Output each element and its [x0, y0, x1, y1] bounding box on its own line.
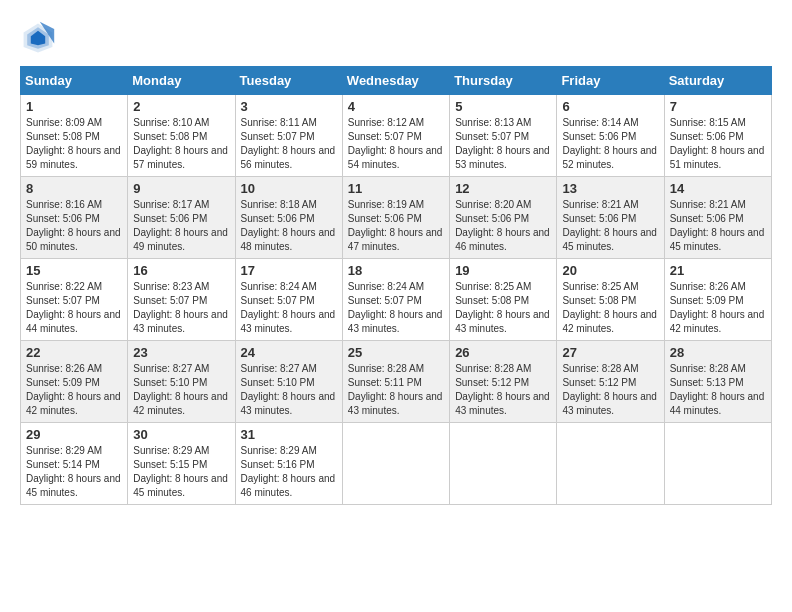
day-cell-5: 5 Sunrise: 8:13 AMSunset: 5:07 PMDayligh… — [450, 95, 557, 177]
day-detail: Sunrise: 8:26 AMSunset: 5:09 PMDaylight:… — [670, 281, 765, 334]
day-cell-23: 23 Sunrise: 8:27 AMSunset: 5:10 PMDaylig… — [128, 341, 235, 423]
day-cell-26: 26 Sunrise: 8:28 AMSunset: 5:12 PMDaylig… — [450, 341, 557, 423]
day-detail: Sunrise: 8:25 AMSunset: 5:08 PMDaylight:… — [562, 281, 657, 334]
day-detail: Sunrise: 8:19 AMSunset: 5:06 PMDaylight:… — [348, 199, 443, 252]
day-cell-2: 2 Sunrise: 8:10 AMSunset: 5:08 PMDayligh… — [128, 95, 235, 177]
column-header-wednesday: Wednesday — [342, 67, 449, 95]
empty-cell — [557, 423, 664, 505]
day-detail: Sunrise: 8:20 AMSunset: 5:06 PMDaylight:… — [455, 199, 550, 252]
day-cell-6: 6 Sunrise: 8:14 AMSunset: 5:06 PMDayligh… — [557, 95, 664, 177]
logo-icon — [20, 20, 56, 56]
column-header-friday: Friday — [557, 67, 664, 95]
calendar-row-5: 29 Sunrise: 8:29 AMSunset: 5:14 PMDaylig… — [21, 423, 772, 505]
column-header-sunday: Sunday — [21, 67, 128, 95]
day-detail: Sunrise: 8:13 AMSunset: 5:07 PMDaylight:… — [455, 117, 550, 170]
day-number: 14 — [670, 181, 766, 196]
day-number: 9 — [133, 181, 229, 196]
day-detail: Sunrise: 8:11 AMSunset: 5:07 PMDaylight:… — [241, 117, 336, 170]
day-detail: Sunrise: 8:28 AMSunset: 5:12 PMDaylight:… — [562, 363, 657, 416]
day-cell-1: 1 Sunrise: 8:09 AMSunset: 5:08 PMDayligh… — [21, 95, 128, 177]
day-cell-24: 24 Sunrise: 8:27 AMSunset: 5:10 PMDaylig… — [235, 341, 342, 423]
calendar-row-2: 8 Sunrise: 8:16 AMSunset: 5:06 PMDayligh… — [21, 177, 772, 259]
calendar-row-1: 1 Sunrise: 8:09 AMSunset: 5:08 PMDayligh… — [21, 95, 772, 177]
day-number: 11 — [348, 181, 444, 196]
calendar-header-row: SundayMondayTuesdayWednesdayThursdayFrid… — [21, 67, 772, 95]
day-number: 19 — [455, 263, 551, 278]
day-cell-18: 18 Sunrise: 8:24 AMSunset: 5:07 PMDaylig… — [342, 259, 449, 341]
day-cell-8: 8 Sunrise: 8:16 AMSunset: 5:06 PMDayligh… — [21, 177, 128, 259]
day-detail: Sunrise: 8:09 AMSunset: 5:08 PMDaylight:… — [26, 117, 121, 170]
day-cell-16: 16 Sunrise: 8:23 AMSunset: 5:07 PMDaylig… — [128, 259, 235, 341]
day-cell-9: 9 Sunrise: 8:17 AMSunset: 5:06 PMDayligh… — [128, 177, 235, 259]
day-cell-22: 22 Sunrise: 8:26 AMSunset: 5:09 PMDaylig… — [21, 341, 128, 423]
day-number: 26 — [455, 345, 551, 360]
day-cell-21: 21 Sunrise: 8:26 AMSunset: 5:09 PMDaylig… — [664, 259, 771, 341]
day-detail: Sunrise: 8:29 AMSunset: 5:16 PMDaylight:… — [241, 445, 336, 498]
day-number: 20 — [562, 263, 658, 278]
day-cell-29: 29 Sunrise: 8:29 AMSunset: 5:14 PMDaylig… — [21, 423, 128, 505]
day-cell-13: 13 Sunrise: 8:21 AMSunset: 5:06 PMDaylig… — [557, 177, 664, 259]
day-number: 18 — [348, 263, 444, 278]
day-detail: Sunrise: 8:28 AMSunset: 5:11 PMDaylight:… — [348, 363, 443, 416]
day-number: 4 — [348, 99, 444, 114]
day-cell-28: 28 Sunrise: 8:28 AMSunset: 5:13 PMDaylig… — [664, 341, 771, 423]
column-header-tuesday: Tuesday — [235, 67, 342, 95]
day-cell-19: 19 Sunrise: 8:25 AMSunset: 5:08 PMDaylig… — [450, 259, 557, 341]
calendar-row-4: 22 Sunrise: 8:26 AMSunset: 5:09 PMDaylig… — [21, 341, 772, 423]
day-detail: Sunrise: 8:24 AMSunset: 5:07 PMDaylight:… — [241, 281, 336, 334]
day-detail: Sunrise: 8:21 AMSunset: 5:06 PMDaylight:… — [562, 199, 657, 252]
day-cell-14: 14 Sunrise: 8:21 AMSunset: 5:06 PMDaylig… — [664, 177, 771, 259]
day-detail: Sunrise: 8:15 AMSunset: 5:06 PMDaylight:… — [670, 117, 765, 170]
day-detail: Sunrise: 8:12 AMSunset: 5:07 PMDaylight:… — [348, 117, 443, 170]
day-detail: Sunrise: 8:21 AMSunset: 5:06 PMDaylight:… — [670, 199, 765, 252]
day-number: 7 — [670, 99, 766, 114]
calendar-row-3: 15 Sunrise: 8:22 AMSunset: 5:07 PMDaylig… — [21, 259, 772, 341]
day-detail: Sunrise: 8:29 AMSunset: 5:14 PMDaylight:… — [26, 445, 121, 498]
day-number: 15 — [26, 263, 122, 278]
day-number: 23 — [133, 345, 229, 360]
day-detail: Sunrise: 8:28 AMSunset: 5:13 PMDaylight:… — [670, 363, 765, 416]
day-cell-10: 10 Sunrise: 8:18 AMSunset: 5:06 PMDaylig… — [235, 177, 342, 259]
day-number: 8 — [26, 181, 122, 196]
day-detail: Sunrise: 8:28 AMSunset: 5:12 PMDaylight:… — [455, 363, 550, 416]
day-cell-30: 30 Sunrise: 8:29 AMSunset: 5:15 PMDaylig… — [128, 423, 235, 505]
day-cell-25: 25 Sunrise: 8:28 AMSunset: 5:11 PMDaylig… — [342, 341, 449, 423]
day-detail: Sunrise: 8:29 AMSunset: 5:15 PMDaylight:… — [133, 445, 228, 498]
day-detail: Sunrise: 8:27 AMSunset: 5:10 PMDaylight:… — [133, 363, 228, 416]
day-number: 28 — [670, 345, 766, 360]
day-number: 21 — [670, 263, 766, 278]
day-number: 1 — [26, 99, 122, 114]
day-cell-4: 4 Sunrise: 8:12 AMSunset: 5:07 PMDayligh… — [342, 95, 449, 177]
day-number: 5 — [455, 99, 551, 114]
day-number: 17 — [241, 263, 337, 278]
day-number: 25 — [348, 345, 444, 360]
day-detail: Sunrise: 8:16 AMSunset: 5:06 PMDaylight:… — [26, 199, 121, 252]
day-number: 30 — [133, 427, 229, 442]
day-cell-7: 7 Sunrise: 8:15 AMSunset: 5:06 PMDayligh… — [664, 95, 771, 177]
day-detail: Sunrise: 8:23 AMSunset: 5:07 PMDaylight:… — [133, 281, 228, 334]
day-cell-11: 11 Sunrise: 8:19 AMSunset: 5:06 PMDaylig… — [342, 177, 449, 259]
page-header — [20, 20, 772, 56]
column-header-saturday: Saturday — [664, 67, 771, 95]
day-number: 27 — [562, 345, 658, 360]
day-number: 3 — [241, 99, 337, 114]
day-detail: Sunrise: 8:10 AMSunset: 5:08 PMDaylight:… — [133, 117, 228, 170]
day-number: 2 — [133, 99, 229, 114]
calendar-table: SundayMondayTuesdayWednesdayThursdayFrid… — [20, 66, 772, 505]
logo — [20, 20, 60, 56]
empty-cell — [664, 423, 771, 505]
day-number: 29 — [26, 427, 122, 442]
day-detail: Sunrise: 8:22 AMSunset: 5:07 PMDaylight:… — [26, 281, 121, 334]
day-number: 13 — [562, 181, 658, 196]
day-detail: Sunrise: 8:24 AMSunset: 5:07 PMDaylight:… — [348, 281, 443, 334]
day-cell-20: 20 Sunrise: 8:25 AMSunset: 5:08 PMDaylig… — [557, 259, 664, 341]
day-number: 16 — [133, 263, 229, 278]
empty-cell — [450, 423, 557, 505]
day-detail: Sunrise: 8:26 AMSunset: 5:09 PMDaylight:… — [26, 363, 121, 416]
day-detail: Sunrise: 8:17 AMSunset: 5:06 PMDaylight:… — [133, 199, 228, 252]
day-number: 12 — [455, 181, 551, 196]
day-detail: Sunrise: 8:14 AMSunset: 5:06 PMDaylight:… — [562, 117, 657, 170]
day-cell-17: 17 Sunrise: 8:24 AMSunset: 5:07 PMDaylig… — [235, 259, 342, 341]
day-number: 24 — [241, 345, 337, 360]
day-cell-27: 27 Sunrise: 8:28 AMSunset: 5:12 PMDaylig… — [557, 341, 664, 423]
